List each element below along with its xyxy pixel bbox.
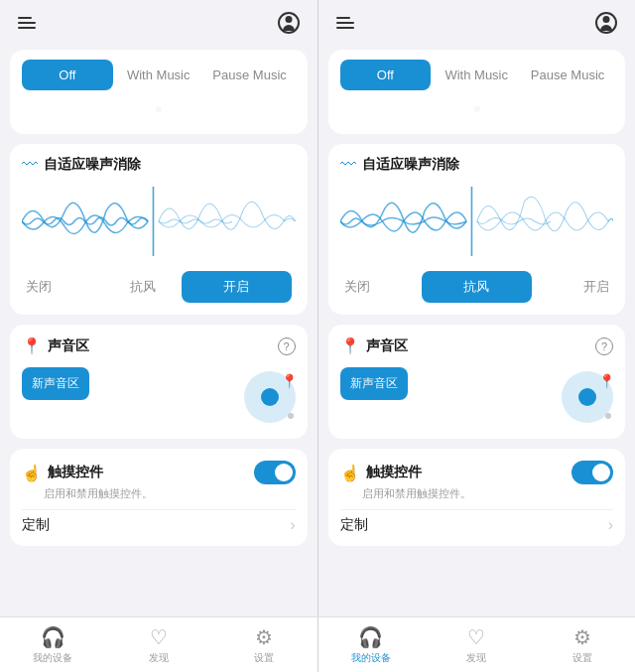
location-icon-right: 📍 [340,336,360,355]
chevron-right-left[interactable]: › [290,516,295,534]
zone-dot-left [288,413,294,419]
customize-label-right[interactable]: 定制 [340,516,368,534]
new-zone-btn-right[interactable]: 新声音区 [340,367,408,400]
noise-card-right: 〰 自适应噪声消除 关闭 抗风 [328,144,626,315]
touch-desc-right: 启用和禁用触摸控件。 [340,486,614,501]
customize-row-right: 定制 › [340,509,614,534]
nav-my-devices-right[interactable]: 🎧 我的设备 [318,617,425,672]
sound-zone-content-left: 新声音区 📍 [22,367,296,427]
touch-icon-left: ☝ [22,464,42,482]
touch-header-left: ☝ 触摸控件 [22,461,296,484]
mode-off-label-left[interactable]: 关闭 [26,278,104,296]
zone-pin-left: 📍 [281,373,298,389]
anc-card-right: Off With Music Pause Music [328,50,626,134]
noise-title-row-left: 〰 自适应噪声消除 [22,156,296,174]
anc-music-btn-right[interactable]: With Music [431,60,522,90]
mode-selector-left: 关闭 抗风 开启 [22,271,296,303]
noise-title-row-right: 〰 自适应噪声消除 [340,156,614,174]
anc-off-btn-left[interactable]: Off [22,60,113,90]
nav-label-settings-left: 设置 [254,651,274,665]
sound-zone-card-right: 📍 声音区 ? 新声音区 📍 [328,325,626,439]
nav-settings-right[interactable]: ⚙ 设置 [530,617,636,672]
question-icon-right[interactable]: ? [595,337,613,355]
nav-left-half: 🎧 我的设备 ♡ 发现 ⚙ 设置 [0,617,318,672]
customize-label-left[interactable]: 定制 [22,516,50,534]
profile-icon-left[interactable] [278,12,300,34]
customize-row-left: 定制 › [22,509,296,534]
anc-buttons-right: Off With Music Pause Music [340,60,614,90]
right-panel: Off With Music Pause Music 〰 自适应噪声消除 [318,0,636,616]
anc-music-btn-left[interactable]: With Music [113,60,204,90]
nav-label-discover-right: 发现 [466,651,486,665]
mode-wind-btn-right[interactable]: 抗风 [422,271,532,303]
location-icon-left: 📍 [22,336,42,355]
nav-label-settings-right: 设置 [572,651,592,665]
anc-card-left: Off With Music Pause Music [10,50,308,134]
menu-icon-left[interactable] [18,17,36,29]
new-zone-btn-left[interactable]: 新声音区 [22,367,89,400]
nav-right-half: 🎧 我的设备 ♡ 发现 ⚙ 设置 [318,617,636,672]
wave-icon-right: 〰 [340,156,356,174]
sound-zone-title-row-right: 📍 声音区 [340,336,408,355]
sound-zone-card-left: 📍 声音区 ? 新声音区 📍 [10,325,308,439]
mode-wind-label-left[interactable]: 抗风 [104,278,183,296]
zone-circle-small-right [578,388,596,406]
noise-title-right: 自适应噪声消除 [362,156,459,174]
mode-off-label-right[interactable]: 关闭 [344,278,423,296]
question-icon-left[interactable]: ? [278,337,296,355]
anc-pause-btn-left[interactable]: Pause Music [204,60,296,90]
zone-visual-left: 📍 [97,367,296,427]
wave-icon-left: 〰 [22,156,38,174]
anc-buttons-left: Off With Music Pause Music [22,60,296,90]
touch-title-right: 触摸控件 [366,464,567,481]
heart-icon-left: ♡ [150,625,168,649]
toggle-knob-left [275,464,293,481]
anc-pause-btn-right[interactable]: Pause Music [522,60,613,90]
touch-desc-left: 启用和禁用触摸控件。 [22,486,296,501]
gear-icon-right: ⚙ [573,625,591,649]
mode-on-label-right[interactable]: 开启 [532,278,610,296]
nav-settings-left[interactable]: ⚙ 设置 [211,617,318,672]
sound-zone-header-right: 📍 声音区 ? [340,336,614,355]
touch-icon-right: ☝ [340,464,360,482]
nav-label-devices-left: 我的设备 [33,651,72,665]
mode-selector-right: 关闭 抗风 开启 [340,271,614,303]
mode-on-btn-left[interactable]: 开启 [182,271,292,303]
zone-pin-right: 📍 [598,373,615,389]
sound-zone-content-right: 新声音区 📍 [340,367,614,427]
gear-icon-left: ⚙ [255,625,273,649]
nav-discover-right[interactable]: ♡ 发现 [424,617,530,672]
nav-my-devices-left[interactable]: 🎧 我的设备 [0,617,106,672]
zone-dot-right [605,413,611,419]
nav-discover-left[interactable]: ♡ 发现 [106,617,212,672]
toggle-knob-right [592,464,610,481]
heart-icon-right: ♡ [467,625,485,649]
sound-zone-title-right: 声音区 [366,337,408,355]
nav-label-devices-right: 我的设备 [351,651,391,665]
anc-waveform-left [22,94,296,124]
left-header [10,0,308,40]
noise-title-left: 自适应噪声消除 [44,156,141,174]
bottom-nav: 🎧 我的设备 ♡ 发现 ⚙ 设置 🎧 我的设备 ♡ 发现 ⚙ 设置 [0,616,635,672]
headphones-icon-right: 🎧 [358,625,383,649]
toggle-switch-right[interactable] [572,461,613,484]
touch-title-left: 触摸控件 [48,464,248,481]
touch-header-right: ☝ 触摸控件 [340,461,614,484]
waveform-area-right [340,182,614,261]
anc-off-btn-right[interactable]: Off [340,60,432,90]
profile-icon-right[interactable] [595,12,617,34]
sound-zone-title-row-left: 📍 声音区 [22,336,89,355]
headphones-icon-left: 🎧 [41,625,65,649]
zone-visual-right: 📍 [416,367,614,427]
touch-card-right: ☝ 触摸控件 启用和禁用触摸控件。 定制 › [328,449,626,546]
svg-point-2 [473,106,479,112]
chevron-right-right[interactable]: › [608,516,613,534]
nav-label-discover-left: 发现 [149,651,169,665]
noise-card-left: 〰 自适应噪声消除 关闭 抗风 [10,144,308,315]
zone-circle-small-left [261,388,279,406]
menu-icon-right[interactable] [336,17,354,29]
waveform-area-left [22,182,296,261]
toggle-switch-left[interactable] [254,461,296,484]
touch-card-left: ☝ 触摸控件 启用和禁用触摸控件。 定制 › [10,449,308,546]
anc-waveform-right [340,94,614,124]
